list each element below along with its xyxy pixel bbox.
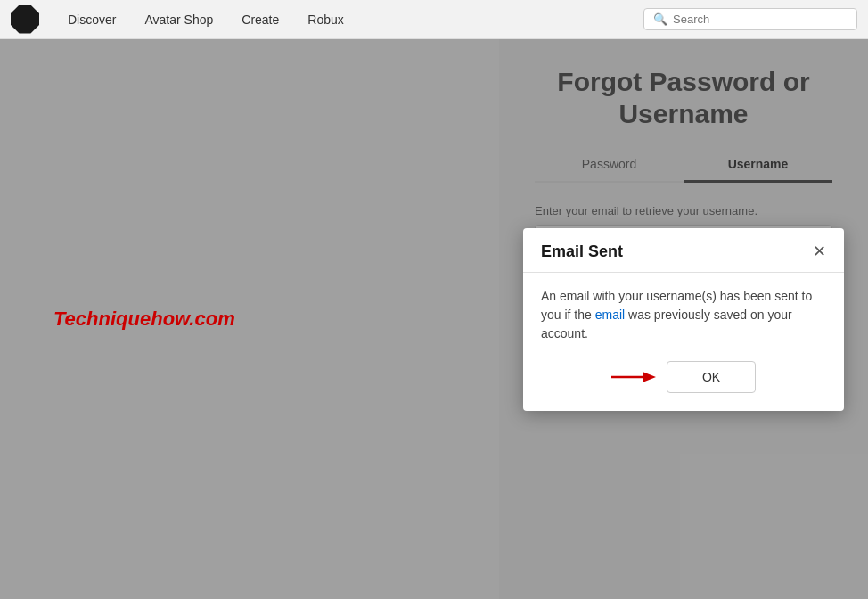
- modal-close-button[interactable]: ✕: [813, 243, 826, 259]
- search-icon: 🔍: [653, 12, 667, 26]
- navbar: Discover Avatar Shop Create Robux 🔍: [0, 0, 868, 39]
- svg-marker-1: [643, 372, 656, 382]
- email-sent-modal: Email Sent ✕ An email with your username…: [523, 228, 844, 411]
- modal-header: Email Sent ✕: [523, 228, 844, 273]
- modal-title: Email Sent: [541, 242, 623, 261]
- modal-overlay: Email Sent ✕ An email with your username…: [499, 39, 868, 599]
- main-content: Techniquehow.com Forgot Password or User…: [0, 39, 868, 599]
- watermark-text: Techniquehow.com: [53, 308, 235, 331]
- red-arrow-icon: [611, 366, 656, 388]
- modal-message: An email with your username(s) has been …: [541, 287, 826, 343]
- modal-body: An email with your username(s) has been …: [523, 273, 844, 411]
- ok-button[interactable]: OK: [667, 361, 756, 393]
- arrow-indicator: [611, 366, 656, 388]
- nav-robux[interactable]: Robux: [293, 0, 357, 39]
- modal-footer: OK: [541, 361, 826, 393]
- nav-discover[interactable]: Discover: [53, 0, 130, 39]
- roblox-logo[interactable]: [11, 5, 39, 34]
- nav-create[interactable]: Create: [227, 0, 293, 39]
- search-input[interactable]: [673, 12, 848, 26]
- search-bar[interactable]: 🔍: [643, 8, 857, 30]
- left-panel: Techniquehow.com: [0, 39, 499, 599]
- nav-avatar-shop[interactable]: Avatar Shop: [130, 0, 227, 39]
- right-panel: Forgot Password or Username Password Use…: [499, 39, 868, 599]
- email-highlight: email: [595, 308, 625, 322]
